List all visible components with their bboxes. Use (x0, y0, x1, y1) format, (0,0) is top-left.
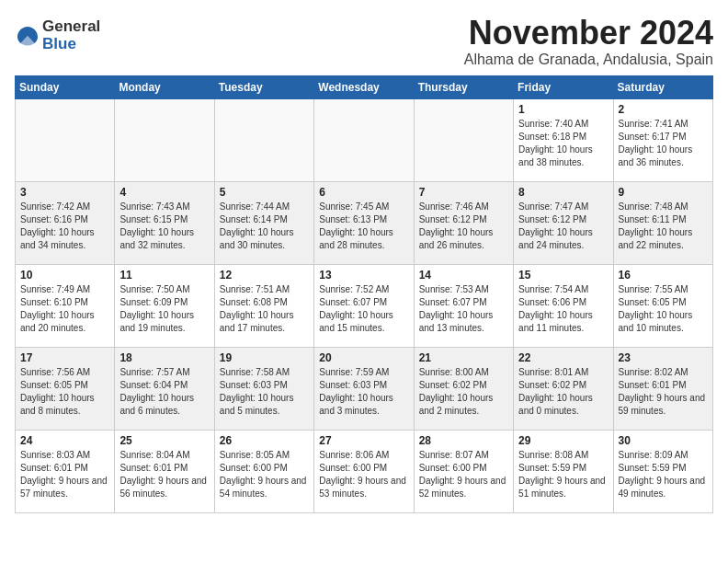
calendar-cell: 16Sunrise: 7:55 AM Sunset: 6:05 PM Dayli… (613, 264, 712, 347)
calendar-cell: 4Sunrise: 7:43 AM Sunset: 6:15 PM Daylig… (115, 181, 214, 264)
day-info: Sunrise: 7:50 AM Sunset: 6:09 PM Dayligh… (119, 283, 209, 335)
day-number: 4 (119, 186, 209, 199)
header-row: SundayMondayTuesdayWednesdayThursdayFrid… (16, 75, 713, 98)
calendar-cell: 11Sunrise: 7:50 AM Sunset: 6:09 PM Dayli… (115, 264, 214, 347)
header-cell-saturday: Saturday (613, 75, 712, 98)
day-info: Sunrise: 7:49 AM Sunset: 6:10 PM Dayligh… (20, 283, 109, 335)
day-info: Sunrise: 7:44 AM Sunset: 6:14 PM Dayligh… (220, 201, 309, 252)
day-number: 20 (319, 351, 408, 364)
calendar-cell: 26Sunrise: 8:05 AM Sunset: 6:00 PM Dayli… (214, 430, 313, 512)
location-subtitle: Alhama de Granada, Andalusia, Spain (464, 52, 713, 68)
day-info: Sunrise: 7:59 AM Sunset: 6:03 PM Dayligh… (319, 366, 408, 418)
day-info: Sunrise: 8:02 AM Sunset: 6:01 PM Dayligh… (619, 366, 708, 418)
day-number: 19 (220, 351, 309, 364)
day-number: 10 (20, 269, 109, 282)
day-number: 17 (20, 351, 109, 364)
title-block: November 2024 Alhama de Granada, Andalus… (464, 15, 713, 68)
day-number: 15 (518, 269, 608, 282)
month-year-title: November 2024 (464, 15, 713, 52)
calendar-row-1: 3Sunrise: 7:42 AM Sunset: 6:16 PM Daylig… (16, 181, 713, 264)
calendar-cell: 12Sunrise: 7:51 AM Sunset: 6:08 PM Dayli… (214, 264, 313, 347)
header-cell-wednesday: Wednesday (314, 75, 414, 98)
day-info: Sunrise: 7:51 AM Sunset: 6:08 PM Dayligh… (220, 283, 309, 335)
day-info: Sunrise: 7:57 AM Sunset: 6:04 PM Dayligh… (119, 366, 209, 418)
day-number: 3 (20, 186, 109, 199)
calendar-row-3: 17Sunrise: 7:56 AM Sunset: 6:05 PM Dayli… (16, 347, 713, 430)
header-cell-friday: Friday (514, 75, 613, 98)
calendar-cell: 17Sunrise: 7:56 AM Sunset: 6:05 PM Dayli… (16, 347, 115, 430)
calendar-cell: 28Sunrise: 8:07 AM Sunset: 6:00 PM Dayli… (414, 430, 513, 512)
calendar-table: SundayMondayTuesdayWednesdayThursdayFrid… (15, 75, 713, 513)
calendar-cell (414, 98, 513, 181)
day-number: 29 (518, 434, 608, 447)
day-info: Sunrise: 7:41 AM Sunset: 6:17 PM Dayligh… (619, 118, 708, 169)
calendar-cell: 5Sunrise: 7:44 AM Sunset: 6:14 PM Daylig… (214, 181, 313, 264)
day-info: Sunrise: 7:52 AM Sunset: 6:07 PM Dayligh… (319, 283, 408, 335)
day-number: 8 (518, 186, 608, 199)
logo-blue: Blue (42, 36, 100, 53)
calendar-cell: 14Sunrise: 7:53 AM Sunset: 6:07 PM Dayli… (414, 264, 513, 347)
day-number: 7 (419, 186, 508, 199)
day-number: 11 (119, 269, 209, 282)
calendar-cell: 6Sunrise: 7:45 AM Sunset: 6:13 PM Daylig… (314, 181, 414, 264)
day-info: Sunrise: 7:55 AM Sunset: 6:05 PM Dayligh… (619, 283, 708, 335)
calendar-cell: 23Sunrise: 8:02 AM Sunset: 6:01 PM Dayli… (613, 347, 712, 430)
day-number: 25 (119, 434, 209, 447)
page-header: General Blue November 2024 Alhama de Gra… (15, 15, 713, 68)
day-number: 9 (619, 186, 708, 199)
calendar-row-0: 1Sunrise: 7:40 AM Sunset: 6:18 PM Daylig… (16, 98, 713, 181)
calendar-cell: 19Sunrise: 7:58 AM Sunset: 6:03 PM Dayli… (214, 347, 313, 430)
day-info: Sunrise: 7:40 AM Sunset: 6:18 PM Dayligh… (518, 118, 608, 169)
day-info: Sunrise: 7:42 AM Sunset: 6:16 PM Dayligh… (20, 201, 109, 252)
calendar-cell: 1Sunrise: 7:40 AM Sunset: 6:18 PM Daylig… (514, 98, 613, 181)
calendar-cell: 10Sunrise: 7:49 AM Sunset: 6:10 PM Dayli… (16, 264, 115, 347)
calendar-cell: 20Sunrise: 7:59 AM Sunset: 6:03 PM Dayli… (314, 347, 414, 430)
calendar-cell (214, 98, 313, 181)
day-info: Sunrise: 7:45 AM Sunset: 6:13 PM Dayligh… (319, 201, 408, 252)
calendar-cell: 3Sunrise: 7:42 AM Sunset: 6:16 PM Daylig… (16, 181, 115, 264)
calendar-cell: 7Sunrise: 7:46 AM Sunset: 6:12 PM Daylig… (414, 181, 513, 264)
day-info: Sunrise: 8:07 AM Sunset: 6:00 PM Dayligh… (419, 449, 508, 500)
calendar-cell: 24Sunrise: 8:03 AM Sunset: 6:01 PM Dayli… (16, 430, 115, 512)
day-info: Sunrise: 8:00 AM Sunset: 6:02 PM Dayligh… (419, 366, 508, 418)
header-cell-thursday: Thursday (414, 75, 513, 98)
day-number: 27 (319, 434, 408, 447)
day-number: 28 (419, 434, 508, 447)
logo-text: General Blue (42, 18, 100, 52)
header-cell-tuesday: Tuesday (214, 75, 313, 98)
calendar-cell: 22Sunrise: 8:01 AM Sunset: 6:02 PM Dayli… (514, 347, 613, 430)
day-number: 12 (220, 269, 309, 282)
calendar-row-4: 24Sunrise: 8:03 AM Sunset: 6:01 PM Dayli… (16, 430, 713, 512)
calendar-cell (16, 98, 115, 181)
day-info: Sunrise: 8:06 AM Sunset: 6:00 PM Dayligh… (319, 449, 408, 500)
day-number: 21 (419, 351, 508, 364)
calendar-cell: 21Sunrise: 8:00 AM Sunset: 6:02 PM Dayli… (414, 347, 513, 430)
day-info: Sunrise: 7:56 AM Sunset: 6:05 PM Dayligh… (20, 366, 109, 418)
calendar-cell (115, 98, 214, 181)
calendar-cell: 2Sunrise: 7:41 AM Sunset: 6:17 PM Daylig… (613, 98, 712, 181)
calendar-cell: 9Sunrise: 7:48 AM Sunset: 6:11 PM Daylig… (613, 181, 712, 264)
day-number: 5 (220, 186, 309, 199)
day-info: Sunrise: 7:54 AM Sunset: 6:06 PM Dayligh… (518, 283, 608, 335)
calendar-cell: 25Sunrise: 8:04 AM Sunset: 6:01 PM Dayli… (115, 430, 214, 512)
day-info: Sunrise: 8:03 AM Sunset: 6:01 PM Dayligh… (20, 449, 109, 500)
calendar-cell: 30Sunrise: 8:09 AM Sunset: 5:59 PM Dayli… (613, 430, 712, 512)
logo: General Blue (15, 18, 100, 52)
day-info: Sunrise: 7:46 AM Sunset: 6:12 PM Dayligh… (419, 201, 508, 252)
calendar-cell: 27Sunrise: 8:06 AM Sunset: 6:00 PM Dayli… (314, 430, 414, 512)
day-number: 22 (518, 351, 608, 364)
day-number: 30 (619, 434, 708, 447)
day-info: Sunrise: 8:05 AM Sunset: 6:00 PM Dayligh… (220, 449, 309, 500)
calendar-cell: 13Sunrise: 7:52 AM Sunset: 6:07 PM Dayli… (314, 264, 414, 347)
day-info: Sunrise: 8:04 AM Sunset: 6:01 PM Dayligh… (119, 449, 209, 500)
day-number: 16 (619, 269, 708, 282)
day-number: 18 (119, 351, 209, 364)
day-info: Sunrise: 8:01 AM Sunset: 6:02 PM Dayligh… (518, 366, 608, 418)
day-info: Sunrise: 7:53 AM Sunset: 6:07 PM Dayligh… (419, 283, 508, 335)
header-cell-monday: Monday (115, 75, 214, 98)
day-number: 1 (518, 103, 608, 116)
header-cell-sunday: Sunday (16, 75, 115, 98)
day-info: Sunrise: 7:58 AM Sunset: 6:03 PM Dayligh… (220, 366, 309, 418)
calendar-cell (314, 98, 414, 181)
day-number: 23 (619, 351, 708, 364)
